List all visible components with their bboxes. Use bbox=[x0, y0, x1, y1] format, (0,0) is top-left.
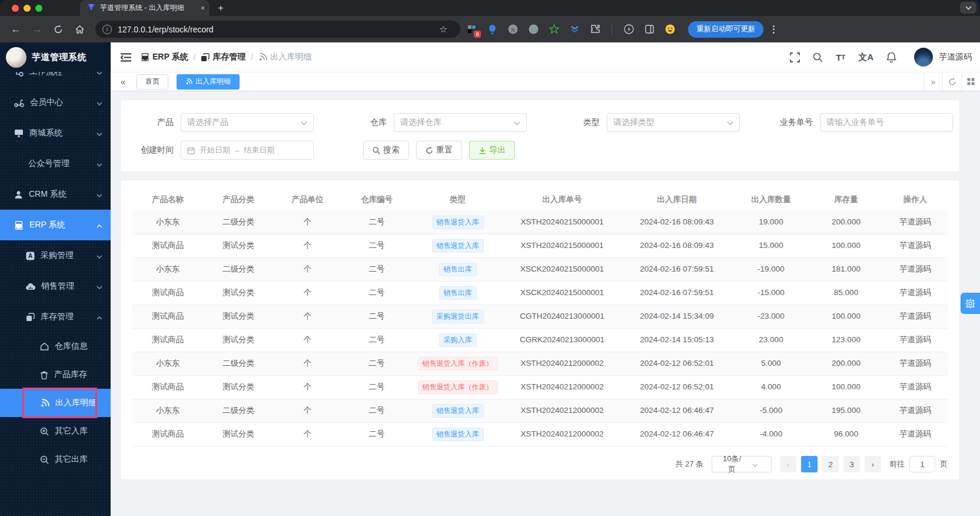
tags-refresh-icon[interactable] bbox=[942, 72, 961, 91]
chevron-up-icon bbox=[97, 312, 102, 322]
scooter-icon bbox=[14, 98, 24, 107]
table-row[interactable]: 小东东 二级分类 个 二号 销售退货入库（作废） XSTH20240212000… bbox=[132, 352, 948, 376]
search-button[interactable]: 搜索 bbox=[363, 141, 409, 160]
sidebar-item-other-inbound[interactable]: 其它入库 bbox=[0, 417, 111, 445]
sidebar-item-warehouse-info[interactable]: 仓库信息 bbox=[0, 332, 111, 360]
type-badge: 采购退货出库 bbox=[432, 310, 484, 323]
page-number-button[interactable]: 3 bbox=[843, 456, 860, 472]
table-row[interactable]: 测试商品 测试分类 个 二号 销售退货入库 XSTH20240212000002… bbox=[132, 423, 948, 446]
table-row[interactable]: 测试商品 测试分类 个 二号 销售退货入库 XSTH20240215000001… bbox=[132, 234, 948, 258]
signal-icon bbox=[40, 399, 49, 408]
window-close-button[interactable] bbox=[12, 5, 19, 12]
breadcrumb-erp[interactable]: ERP 系统 bbox=[141, 52, 188, 62]
reset-button[interactable]: 重置 bbox=[416, 141, 462, 160]
table-row[interactable]: 测试商品 测试分类 个 二号 销售退货入库（作废） XSTH2024021200… bbox=[132, 376, 948, 399]
extension-star-icon[interactable] bbox=[549, 24, 559, 35]
tag-home[interactable]: 首页 bbox=[137, 74, 168, 90]
language-icon[interactable]: 文A bbox=[858, 52, 873, 63]
table-row[interactable]: 小东东 二级分类 个 二号 销售出库 XSCK20240215000001 20… bbox=[132, 258, 948, 282]
new-tab-button[interactable]: + bbox=[218, 2, 224, 14]
table-row[interactable]: 测试商品 测试分类 个 二号 采购退货出库 CGTH20240213000001… bbox=[132, 305, 948, 329]
extension-circle-green-icon[interactable] bbox=[528, 24, 539, 35]
tab-close-icon[interactable]: × bbox=[200, 4, 205, 12]
home-button[interactable] bbox=[71, 21, 88, 38]
user-avatar bbox=[914, 48, 933, 67]
extension-emoji-icon[interactable] bbox=[665, 24, 675, 35]
page-size-select[interactable]: 10条/页 bbox=[712, 456, 772, 472]
site-info-icon[interactable]: i bbox=[102, 25, 112, 34]
browser-update-button[interactable]: 重新启动即可更新 bbox=[688, 21, 763, 38]
address-bar[interactable]: i 127.0.0.1/erp/stock/record bbox=[95, 21, 460, 38]
product-select[interactable]: 请选择产品 bbox=[181, 113, 314, 132]
app-logo[interactable]: 芋道管理系统 bbox=[0, 42, 111, 72]
tags-layout-grid-icon[interactable] bbox=[961, 72, 980, 91]
browser-chrome: 芋道管理系统 - 出入库明细 × + ← → i 127.0.0.1/erp/s… bbox=[0, 0, 980, 42]
sidebar-item-product-stock[interactable]: 产品库存 bbox=[0, 360, 111, 389]
sidebar-item-crm-system[interactable]: CRM 系统 bbox=[0, 179, 111, 210]
extension-chevrons-icon[interactable] bbox=[569, 24, 580, 35]
table-row[interactable]: 小东东 二级分类 个 二号 销售退货入库 XSTH20240215000001 … bbox=[132, 211, 948, 234]
warehouse-select[interactable]: 请选择仓库 bbox=[394, 113, 527, 132]
bookmark-star-icon[interactable]: ☆ bbox=[439, 24, 447, 35]
date-range-picker[interactable]: 开始日期 – 结束日期 bbox=[181, 141, 314, 160]
sidebar-item-other-outbound[interactable]: 其它出库 bbox=[0, 445, 111, 474]
tags-scroll-right-icon[interactable]: » bbox=[923, 72, 942, 91]
theme-settings-button[interactable] bbox=[961, 293, 980, 314]
table-row[interactable]: 测试商品 测试分类 个 二号 销售出库 XSCK20240215000001 2… bbox=[132, 282, 948, 305]
sidebar-item-sales-mgmt[interactable]: 销售管理 bbox=[0, 271, 111, 302]
tags-view-bar: « 首页 出入库明细 » bbox=[111, 72, 980, 91]
breadcrumb-stock-mgmt[interactable]: 库存管理 bbox=[201, 52, 245, 62]
extensions-puzzle-icon[interactable] bbox=[590, 24, 600, 35]
table-row[interactable]: 测试商品 测试分类 个 二号 采购入库 CGRK20240213000001 2… bbox=[132, 329, 948, 352]
table-row[interactable]: 小东东 二级分类 个 二号 销售退货入库 XSTH20240212000002 … bbox=[132, 399, 948, 423]
sidebar-item-stock-record[interactable]: 出入库明细 bbox=[0, 389, 111, 417]
back-button[interactable]: ← bbox=[7, 21, 25, 38]
browser-menu-icon[interactable] bbox=[773, 25, 775, 34]
svg-text:A: A bbox=[28, 253, 32, 259]
sidebar-item-stock-mgmt[interactable]: 库存管理 bbox=[0, 302, 111, 332]
user-menu[interactable]: 芋道源码 bbox=[914, 48, 972, 67]
export-button[interactable]: 导出 bbox=[469, 141, 515, 160]
sidebar-item-member-center[interactable]: 会员中心 bbox=[0, 87, 111, 118]
page-number-button[interactable]: 1 bbox=[801, 456, 818, 472]
date-start-placeholder: 开始日期 bbox=[200, 145, 230, 156]
next-page-button[interactable]: › bbox=[865, 456, 881, 472]
bizno-input[interactable]: 请输入业务单号 bbox=[820, 113, 953, 132]
extension-grid-icon[interactable]: 6 bbox=[466, 24, 477, 35]
page-number-button[interactable]: 2 bbox=[822, 456, 839, 472]
sidebar-item-workflow[interactable]: 工作流程 bbox=[0, 72, 111, 87]
menu-fold-icon[interactable] bbox=[121, 53, 131, 62]
sidebar-item-purchase-mgmt[interactable]: A 采购管理 bbox=[0, 240, 111, 271]
extension-lightning-icon[interactable] bbox=[623, 24, 634, 35]
sidebar-item-erp-system[interactable]: ERP 系统 bbox=[0, 210, 111, 240]
window-minimize-button[interactable] bbox=[24, 5, 31, 12]
type-select[interactable]: 请选择类型 bbox=[607, 113, 740, 132]
table-body: 小东东 二级分类 个 二号 销售退货入库 XSTH20240215000001 … bbox=[132, 211, 948, 446]
url-text[interactable]: 127.0.0.1/erp/stock/record bbox=[118, 25, 214, 34]
window-maximize-button[interactable] bbox=[35, 5, 42, 12]
extension-circle-gray-icon[interactable]: 光 bbox=[507, 24, 518, 35]
goto-page-input[interactable] bbox=[909, 456, 935, 472]
tab-search-button[interactable] bbox=[960, 2, 976, 14]
extension-sidebar-icon[interactable] bbox=[644, 24, 655, 35]
type-badge: 销售退货入库（作废） bbox=[418, 381, 498, 394]
sidebar-item-official-account[interactable]: 公众号管理 bbox=[0, 148, 111, 179]
bell-icon[interactable] bbox=[886, 52, 896, 62]
forward-button[interactable]: → bbox=[28, 21, 46, 38]
gear-icon bbox=[965, 299, 975, 309]
tag-stock-record[interactable]: 出入库明细 bbox=[177, 74, 240, 90]
tags-scroll-left-icon[interactable]: « bbox=[115, 77, 131, 87]
window-controls[interactable] bbox=[0, 5, 51, 12]
fullscreen-icon[interactable] bbox=[790, 52, 800, 62]
home-icon bbox=[75, 25, 85, 34]
font-size-icon[interactable]: TT bbox=[836, 52, 845, 62]
browser-tab[interactable]: 芋道管理系统 - 出入库明细 × bbox=[80, 0, 210, 16]
extension-balloon-icon[interactable] bbox=[487, 24, 497, 35]
app-title: 芋道管理系统 bbox=[32, 52, 87, 63]
zoom-out-icon bbox=[40, 455, 49, 464]
reload-button[interactable] bbox=[49, 21, 67, 38]
prev-page-button[interactable]: ‹ bbox=[780, 456, 796, 472]
sidebar-item-mall-system[interactable]: 商城系统 bbox=[0, 118, 111, 148]
search-icon[interactable] bbox=[813, 52, 823, 62]
bucket-icon bbox=[40, 371, 48, 379]
